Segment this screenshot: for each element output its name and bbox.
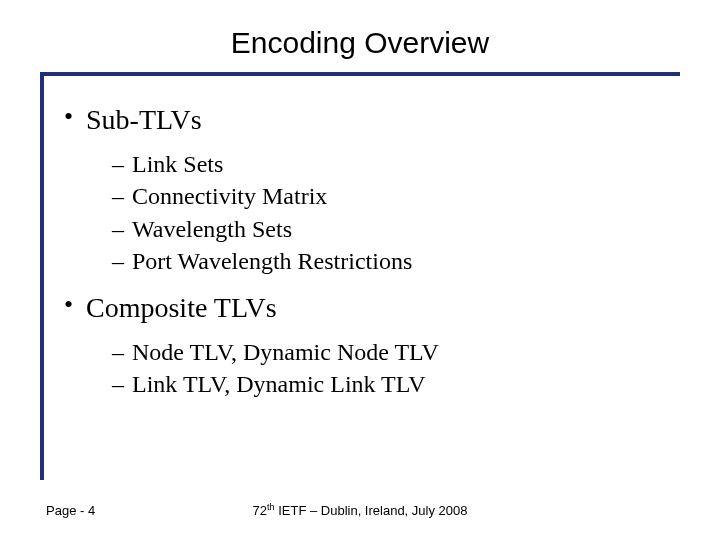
sub-list-sub-tlvs: Link Sets Connectivity Matrix Wavelength… (112, 148, 680, 278)
footer-text: 72th IETF – Dublin, Ireland, July 2008 (0, 502, 720, 518)
sub-list-composite-tlvs: Node TLV, Dynamic Node TLV Link TLV, Dyn… (112, 336, 680, 401)
slide-title: Encoding Overview (40, 26, 680, 60)
footer-rest: IETF – Dublin, Ireland, July 2008 (275, 503, 468, 518)
slide: Encoding Overview Sub-TLVs Link Sets Con… (0, 0, 720, 540)
sub-item: Node TLV, Dynamic Node TLV (112, 336, 680, 368)
sub-item: Link TLV, Dynamic Link TLV (112, 368, 680, 400)
bullet-sub-tlvs: Sub-TLVs (64, 104, 680, 136)
footer-ord: 72 (253, 503, 267, 518)
left-bar (40, 72, 44, 480)
sub-item: Wavelength Sets (112, 213, 680, 245)
slide-footer: Page - 4 72th IETF – Dublin, Ireland, Ju… (0, 498, 720, 518)
bullet-composite-tlvs: Composite TLVs (64, 292, 680, 324)
sub-item: Link Sets (112, 148, 680, 180)
sub-item: Port Wavelength Restrictions (112, 245, 680, 277)
sub-item: Connectivity Matrix (112, 180, 680, 212)
slide-content: Sub-TLVs Link Sets Connectivity Matrix W… (64, 98, 680, 414)
title-underline (40, 72, 680, 76)
footer-ord-suffix: th (267, 502, 275, 512)
